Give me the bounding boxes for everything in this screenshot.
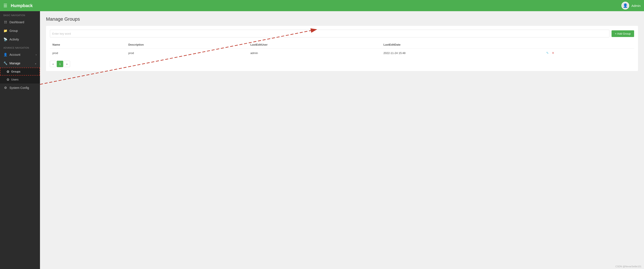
group-icon: 📁 <box>4 29 7 33</box>
manage-groups-card: + Add Group Name Description LastEditUse… <box>46 26 638 71</box>
sidebar-item-label: Manage <box>10 62 20 65</box>
sidebar-item-activity[interactable]: 📡 Activity <box>0 35 40 44</box>
sidebar-item-label: Dashboard <box>10 21 24 24</box>
edit-button[interactable]: ✎ <box>545 51 550 55</box>
app-brand: Humpback <box>11 3 33 8</box>
account-icon: 👤 <box>4 53 7 57</box>
avatar: 👤 <box>622 2 629 10</box>
pagination: « 1 » <box>50 61 634 67</box>
circle-icon <box>7 79 9 81</box>
sidebar-item-label: Group <box>10 29 18 33</box>
sidebar-item-label: Account <box>10 53 20 56</box>
chevron-right-icon: › <box>36 53 36 56</box>
navbar: ☰ Humpback 👤 Admin <box>0 0 644 11</box>
sidebar-sub-label: Users <box>11 78 18 81</box>
sidebar-item-label: Activity <box>10 38 19 41</box>
layout: BASIC NAVIGATION ☷ Dashboard 📁 Group 📡 A… <box>0 11 644 269</box>
sidebar-item-system-config[interactable]: ⚙ System Config <box>0 84 40 92</box>
page-title: Manage Groups <box>46 16 638 22</box>
system-config-icon: ⚙ <box>4 86 7 90</box>
main-content: Manage Groups + Add Group Name Descripti… <box>40 11 644 269</box>
activity-icon: 📡 <box>4 38 7 41</box>
sidebar-item-dashboard[interactable]: ☷ Dashboard <box>0 18 40 27</box>
navbar-right: 👤 Admin <box>622 2 640 10</box>
sidebar-item-group[interactable]: 📁 Group <box>0 27 40 35</box>
basic-nav-label: BASIC NAVIGATION <box>0 11 40 18</box>
sidebar-item-users[interactable]: Users <box>0 76 40 84</box>
sidebar-item-label: System Config <box>10 86 29 90</box>
sidebar-item-groups[interactable]: Groups <box>0 68 40 76</box>
search-input[interactable] <box>50 30 610 38</box>
cell-description: prod <box>126 49 248 58</box>
col-description: Description <box>126 41 248 49</box>
delete-button[interactable]: ✕ <box>551 51 556 55</box>
user-label: Admin <box>631 4 640 8</box>
next-page-button[interactable]: » <box>64 61 70 67</box>
sidebar-item-manage[interactable]: 🔧 Manage ⌄ <box>0 59 40 68</box>
sidebar: BASIC NAVIGATION ☷ Dashboard 📁 Group 📡 A… <box>0 11 40 269</box>
cell-last-edit-user: admin <box>248 49 381 58</box>
sidebar-sub-manage: Groups Users <box>0 68 40 84</box>
dashboard-icon: ☷ <box>4 20 7 24</box>
watermark: CSDN @NevarSettle101 <box>616 265 642 268</box>
col-last-edit-user: LastEditUser <box>248 41 381 49</box>
sidebar-item-account[interactable]: 👤 Account › <box>0 50 40 59</box>
table-row: prod prod admin 2022-11-24 15:48 ✎ ✕ <box>50 49 634 58</box>
hamburger-icon[interactable]: ☰ <box>4 3 7 8</box>
sidebar-sub-label: Groups <box>11 70 20 73</box>
advance-nav-label: ADVANCE NAVIGATION <box>0 44 40 50</box>
cell-last-edit-date: 2022-11-24 15:48 <box>381 49 543 58</box>
col-last-edit-date: LastEditDate <box>381 41 543 49</box>
groups-table: Name Description LastEditUser LastEditDa… <box>50 41 634 57</box>
chevron-down-icon: ⌄ <box>34 62 36 65</box>
add-group-button[interactable]: + Add Group <box>612 30 634 37</box>
circle-icon <box>7 71 9 73</box>
col-actions <box>542 41 634 49</box>
navbar-left: ☰ Humpback <box>4 3 33 8</box>
col-name: Name <box>50 41 126 49</box>
cell-name: prod <box>50 49 126 58</box>
current-page-button[interactable]: 1 <box>57 61 63 67</box>
cell-actions: ✎ ✕ <box>542 49 634 58</box>
add-group-label: + Add Group <box>615 32 631 35</box>
prev-page-button[interactable]: « <box>50 61 56 67</box>
manage-icon: 🔧 <box>4 61 7 65</box>
search-row: + Add Group <box>50 30 634 38</box>
